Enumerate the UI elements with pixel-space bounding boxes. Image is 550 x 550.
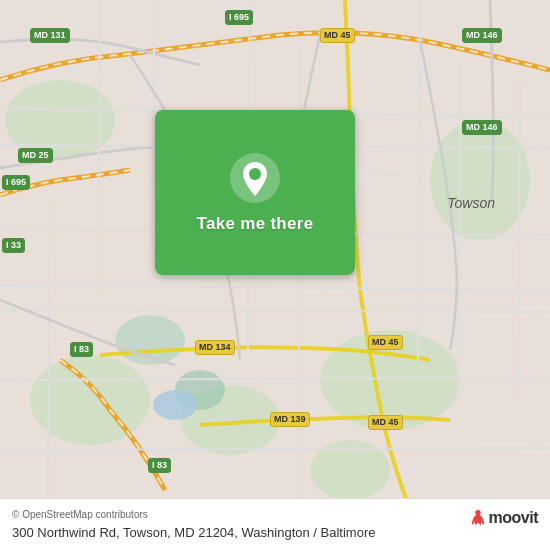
road-badge-i83-bot: I 83 <box>148 458 171 473</box>
map-container: MD 131 MD 25 I 695 I 695 MD 45 MD 45 MD … <box>0 0 550 550</box>
svg-line-24 <box>48 200 50 500</box>
road-badge-md146-mid: MD 146 <box>462 120 502 135</box>
road-badge-i695-left: I 695 <box>2 175 30 190</box>
svg-line-13 <box>0 310 550 312</box>
location-card[interactable]: Take me there <box>155 110 355 275</box>
road-badge-md45-mid: MD 45 <box>368 335 403 350</box>
copyright-text: © OpenStreetMap contributors <box>12 509 459 520</box>
take-me-there-button[interactable]: Take me there <box>197 214 314 234</box>
road-badge-i83-top: I 83 <box>70 342 93 357</box>
road-badge-md139: MD 139 <box>270 412 310 427</box>
moovit-brand-icon <box>469 509 487 527</box>
svg-line-17 <box>98 0 100 300</box>
road-badge-md131: MD 131 <box>30 28 70 43</box>
road-badge-md45-top: MD 45 <box>320 28 355 43</box>
road-badge-md25: MD 25 <box>18 148 53 163</box>
moovit-brand-name: moovit <box>489 509 538 527</box>
map-pin-icon <box>229 152 281 204</box>
bottom-bar: © OpenStreetMap contributors 300 Northwi… <box>0 498 550 550</box>
road-badge-i695-top: I 695 <box>225 10 253 25</box>
svg-line-12 <box>0 285 550 290</box>
svg-point-26 <box>249 168 261 180</box>
road-badge-md134: MD 134 <box>195 340 235 355</box>
address-section: © OpenStreetMap contributors 300 Northwi… <box>12 509 459 542</box>
road-badge-md146-top: MD 146 <box>462 28 502 43</box>
svg-line-15 <box>0 448 550 450</box>
svg-line-22 <box>458 60 460 400</box>
map-roads <box>0 0 550 550</box>
moovit-logo: moovit <box>469 509 538 527</box>
road-badge-i33: I 33 <box>2 238 25 253</box>
address-text: 300 Northwind Rd, Towson, MD 21204, Wash… <box>12 524 459 542</box>
svg-line-21 <box>418 0 420 360</box>
svg-line-23 <box>518 80 520 400</box>
city-label-towson: Towson <box>447 195 495 211</box>
svg-point-8 <box>153 390 197 420</box>
road-badge-md45-bot: MD 45 <box>368 415 403 430</box>
